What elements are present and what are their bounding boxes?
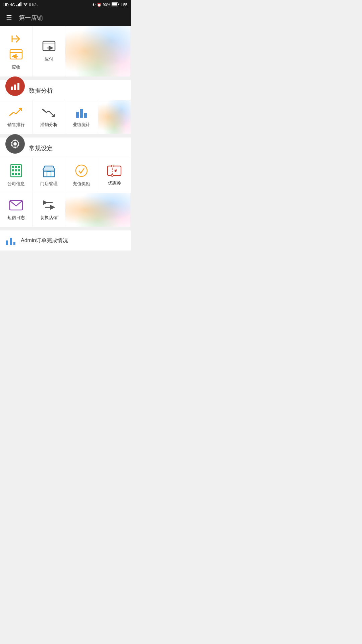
store-icon [42, 164, 56, 177]
qiehuan-item[interactable]: 切换店铺 [33, 193, 66, 227]
bottom-section[interactable]: Admin订单完成情况 [0, 230, 131, 251]
status-left: HD 4G 0 K/s [3, 2, 38, 7]
alarm-icon: ⏰ [97, 3, 102, 7]
svg-text:¥: ¥ [114, 168, 117, 173]
svg-rect-46 [10, 238, 12, 245]
gear-icon [10, 139, 20, 149]
yingshou-item[interactable]: 应收 [0, 26, 33, 76]
svg-rect-25 [18, 166, 20, 168]
yingfu-label: 应付 [45, 56, 53, 62]
qiehuan-label: 切换店铺 [40, 215, 58, 221]
data-analysis-title: 数据分析 [29, 87, 53, 95]
main-content: 应收 应付 [0, 26, 131, 251]
data-analysis-icon-circle [5, 76, 25, 96]
bottom-title: Admin订单完成情况 [21, 237, 68, 244]
duanxin-item[interactable]: 短信日志 [0, 193, 33, 227]
mendian-item[interactable]: 门店管理 [33, 158, 66, 193]
youhui-item[interactable]: ¥ 优惠券 [98, 158, 131, 193]
status-right: 👁 ⏰ 90% 1:55 [92, 2, 127, 7]
signal-icon [16, 2, 22, 7]
financial-grid: 应收 应付 [0, 26, 131, 76]
bottom-bar-icon [5, 235, 16, 246]
data-analysis-header: 数据分析 [0, 80, 131, 100]
data-analysis-grid: 销售排行 滞销分析 业绩统计 [0, 100, 131, 134]
xiaoshou-label: 销售排行 [7, 122, 25, 128]
yingshou-icon [9, 49, 23, 61]
svg-rect-31 [18, 173, 20, 175]
svg-point-21 [13, 142, 17, 146]
circle-check-icon [75, 164, 88, 177]
traffic-indicator: 0 K/s [29, 3, 38, 7]
yingshou-label: 应收 [12, 64, 20, 70]
general-settings-grid: 公司信息 门店管理 充值奖励 [0, 158, 131, 227]
svg-rect-23 [12, 166, 14, 168]
menu-button[interactable]: ☰ [6, 14, 12, 22]
svg-rect-16 [14, 85, 16, 90]
switch-icon [42, 199, 56, 211]
svg-rect-5 [118, 4, 119, 5]
general-settings-section: 常规设定 公司信息 [0, 138, 131, 227]
svg-rect-17 [17, 83, 19, 90]
svg-rect-27 [15, 169, 17, 171]
svg-rect-28 [18, 169, 20, 171]
top-navigation: ☰ 第一店铺 [0, 9, 131, 26]
svg-rect-9 [10, 50, 22, 59]
coupon-icon: ¥ [107, 165, 122, 177]
svg-point-40 [111, 174, 113, 176]
svg-rect-1 [18, 4, 19, 6]
xiaoshou-item[interactable]: 销售排行 [0, 100, 33, 134]
arrow-in-icon [9, 32, 23, 46]
battery-percent: 90% [103, 3, 110, 7]
general-settings-header: 常规设定 [0, 138, 131, 158]
trend-up-icon [9, 106, 23, 118]
gongsi-item[interactable]: 公司信息 [0, 158, 33, 193]
youhui-label: 优惠券 [108, 180, 121, 186]
zhixiao-label: 滞销分析 [40, 122, 58, 128]
svg-rect-30 [15, 173, 17, 175]
financial-section: 应收 应付 [0, 26, 131, 76]
network-type: 4G [10, 3, 15, 7]
eye-icon: 👁 [92, 3, 96, 7]
bar-chart-icon [10, 82, 20, 91]
yingfu-item[interactable]: 应付 [33, 26, 66, 76]
data-analysis-section: 数据分析 销售排行 滞销分析 [0, 80, 131, 134]
yeji-label: 业绩统计 [73, 122, 90, 128]
wifi-icon [23, 3, 28, 7]
time-display: 1:55 [120, 3, 127, 7]
chongzhi-label: 充值奖励 [73, 181, 90, 187]
zhixiao-item[interactable]: 滞销分析 [33, 100, 66, 134]
svg-rect-24 [15, 166, 17, 168]
chongzhi-item[interactable]: 充值奖励 [65, 158, 98, 193]
svg-rect-45 [6, 240, 8, 245]
svg-rect-29 [12, 173, 14, 175]
yeji-item[interactable]: 业绩统计 [65, 100, 98, 134]
svg-rect-47 [13, 242, 15, 245]
nav-title: 第一店铺 [19, 14, 43, 22]
svg-point-36 [76, 165, 87, 176]
svg-rect-6 [112, 3, 117, 6]
svg-rect-26 [12, 169, 14, 171]
svg-rect-15 [11, 87, 13, 90]
building-icon [10, 164, 22, 177]
blob-placeholder-3 [65, 193, 131, 227]
general-settings-title: 常规设定 [29, 144, 53, 152]
yingfu-icon [42, 41, 56, 53]
svg-rect-20 [84, 113, 87, 118]
mendian-label: 门店管理 [40, 181, 58, 187]
svg-rect-3 [20, 2, 21, 6]
svg-rect-0 [16, 5, 17, 6]
battery-icon [112, 2, 119, 7]
blob-placeholder-2 [98, 100, 131, 134]
hd-badge: HD [3, 3, 9, 7]
svg-rect-18 [76, 112, 79, 118]
envelope-icon [9, 199, 23, 211]
svg-rect-12 [43, 41, 55, 51]
svg-rect-33 [47, 171, 51, 177]
blob-placeholder-1 [65, 26, 131, 76]
yeji-bar-icon [75, 106, 88, 118]
settings-icon-circle [5, 134, 25, 154]
svg-rect-2 [19, 3, 20, 6]
trend-down-icon [42, 106, 56, 118]
svg-point-39 [111, 165, 113, 167]
gongsi-label: 公司信息 [7, 181, 25, 187]
